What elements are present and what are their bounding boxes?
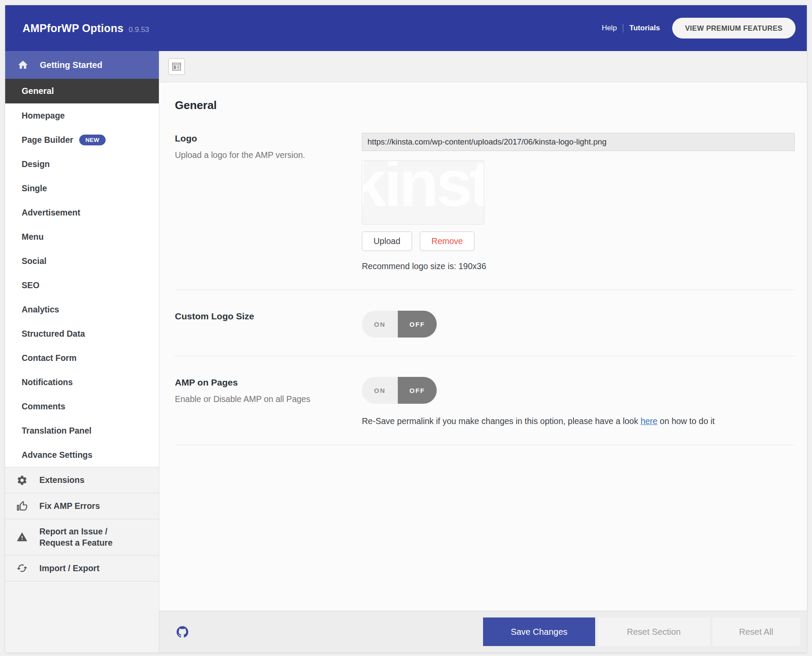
logo-label: Logo (175, 133, 362, 144)
footer-bar: Save Changes Reset Section Reset All (159, 611, 807, 653)
sidebar-item-design[interactable]: Design (5, 152, 159, 176)
sidebar-item-advertisement[interactable]: Advertisement (5, 200, 159, 225)
github-icon[interactable] (177, 626, 188, 638)
layout-icon (171, 61, 182, 72)
reset-section-button[interactable]: Reset Section (598, 617, 710, 646)
sidebar-item-import-export[interactable]: Import / Export (5, 555, 159, 581)
sidebar-item-page-builder[interactable]: Page Builder NEW (5, 128, 159, 152)
sidebar-item-homepage[interactable]: Homepage (5, 103, 159, 128)
sidebar-item-menu[interactable]: Menu (5, 225, 159, 249)
sidebar-item-structured-data[interactable]: Structured Data (5, 322, 159, 346)
here-link[interactable]: here (641, 416, 657, 426)
amp-on-pages-toggle[interactable]: ON OFF (362, 377, 437, 404)
upload-button[interactable]: Upload (362, 232, 412, 251)
home-icon (17, 59, 29, 71)
report-issue-line2: Request a Feature (39, 538, 113, 547)
sidebar-item-translation-panel[interactable]: Translation Panel (5, 418, 159, 443)
help-link[interactable]: Help (602, 24, 617, 32)
logo-preview-image: kinst (362, 161, 484, 225)
sidebar-item-label: General (22, 86, 54, 96)
app-title: AMPforWP Options (23, 22, 123, 35)
save-changes-button[interactable]: Save Changes (483, 617, 595, 646)
toggle-off-segment[interactable]: OFF (398, 377, 437, 404)
sidebar-item-contact-form[interactable]: Contact Form (5, 346, 159, 370)
toggle-off-segment[interactable]: OFF (398, 311, 437, 338)
sidebar-item-fix-amp-errors[interactable]: Fix AMP Errors (5, 493, 159, 519)
option-row-amp-on-pages: AMP on Pages Enable or Disable AMP on al… (175, 356, 795, 445)
logo-preview-text: kinst (362, 161, 484, 221)
sidebar-item-comments[interactable]: Comments (5, 394, 159, 418)
sidebar-item-getting-started[interactable]: Getting Started (5, 51, 159, 79)
settings-content: General Logo Upload a logo for the AMP v… (159, 82, 807, 611)
warning-icon (16, 531, 28, 543)
version-label: 0.9.53 (129, 26, 149, 34)
sidebar-item-report-issue[interactable]: Report an Issue / Request a Feature (5, 519, 159, 555)
custom-logo-size-toggle[interactable]: ON OFF (362, 311, 437, 338)
sidebar-item-label: Getting Started (40, 60, 102, 70)
remove-button[interactable]: Remove (420, 232, 475, 251)
logo-size-recommendation: Recommend logo size is: 190x36 (362, 261, 795, 271)
main-panel: General Logo Upload a logo for the AMP v… (159, 51, 807, 653)
amp-on-pages-description: Enable or Disable AMP on all Pages (175, 394, 362, 405)
sidebar-filler (5, 581, 159, 653)
sidebar-item-advance-settings[interactable]: Advance Settings (5, 443, 159, 467)
sidebar: Getting Started General Homepage Page Bu… (5, 51, 159, 653)
reset-all-button[interactable]: Reset All (712, 617, 800, 646)
toggle-on-segment[interactable]: ON (362, 311, 398, 338)
header-separator (623, 24, 623, 32)
report-issue-line1: Report an Issue / (39, 527, 107, 536)
sidebar-item-analytics[interactable]: Analytics (5, 297, 159, 322)
ampforwp-options-window: AMPforWP Options 0.9.53 Help Tutorials V… (5, 5, 807, 653)
thumbs-up-icon (16, 501, 28, 512)
app-title-group: AMPforWP Options 0.9.53 (23, 22, 149, 35)
sidebar-item-single[interactable]: Single (5, 176, 159, 200)
header-links: Help Tutorials VIEW PREMIUM FEATURES (602, 18, 796, 39)
option-row-custom-logo-size: Custom Logo Size ON OFF (175, 290, 795, 356)
view-premium-features-button[interactable]: VIEW PREMIUM FEATURES (672, 18, 796, 39)
logo-url-input[interactable] (362, 133, 795, 151)
logo-description: Upload a logo for the AMP version. (175, 150, 362, 161)
header-bar: AMPforWP Options 0.9.53 Help Tutorials V… (5, 5, 807, 51)
tutorials-link[interactable]: Tutorials (629, 24, 660, 32)
sidebar-item-seo[interactable]: SEO (5, 273, 159, 297)
options-toolbar (159, 51, 807, 82)
new-badge: NEW (79, 135, 105, 145)
page-title: General (175, 99, 795, 112)
toggle-on-segment[interactable]: ON (362, 377, 398, 404)
sidebar-item-notifications[interactable]: Notifications (5, 370, 159, 394)
custom-logo-size-label: Custom Logo Size (175, 311, 362, 322)
sidebar-item-social[interactable]: Social (5, 249, 159, 273)
gear-icon (16, 475, 28, 486)
amp-on-pages-label: AMP on Pages (175, 377, 362, 388)
sidebar-item-extensions[interactable]: Extensions (5, 467, 159, 493)
permalink-note: Re-Save permalink if you make changes in… (362, 416, 795, 427)
option-row-logo: Logo Upload a logo for the AMP version. … (175, 112, 795, 290)
sync-icon (16, 563, 28, 574)
sidebar-item-general[interactable]: General (5, 79, 159, 103)
sidebar-nav: Homepage Page Builder NEW Design Single … (5, 103, 159, 467)
layout-toggle-button[interactable] (168, 58, 185, 75)
